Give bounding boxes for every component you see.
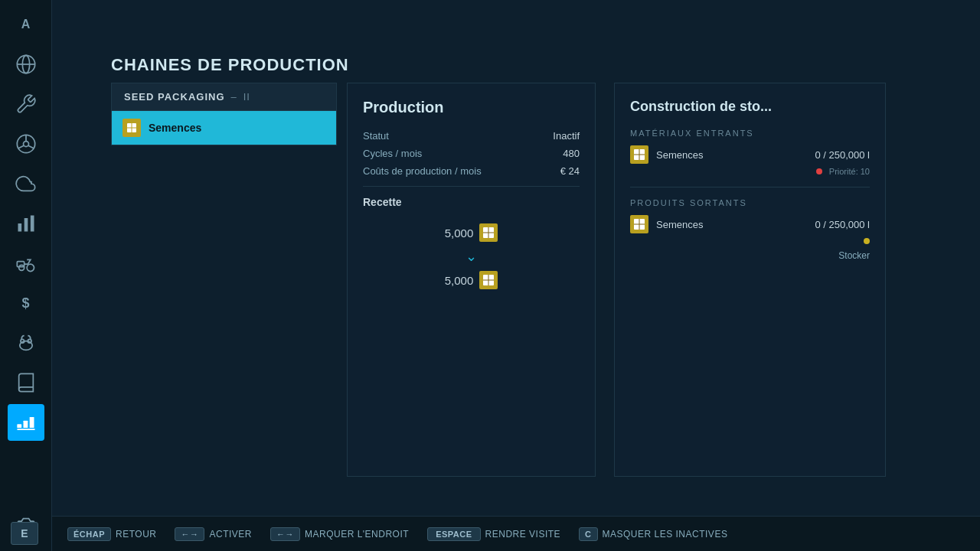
stats-icon <box>15 213 37 234</box>
couts-label: Coûts de production / mois <box>363 165 482 177</box>
chain-name: SEED PACKAGING <box>124 91 225 103</box>
recipe-area: 5,000 ⌄ 5,000 <box>363 223 580 289</box>
recipe-arrow: ⌄ <box>466 248 477 265</box>
incoming-label: MATÉRIAUX ENTRANTS <box>630 129 870 138</box>
weather-icon <box>15 173 37 194</box>
incoming-material-name: Semences <box>656 149 807 161</box>
sidebar-item-weather[interactable] <box>8 165 44 202</box>
e-key-label: E <box>21 527 28 540</box>
recipe-output-qty: 5,000 <box>445 274 474 287</box>
stocker-label: Stocker <box>630 250 870 261</box>
sidebar-item-a[interactable]: A <box>8 6 44 43</box>
chain-list-item-semences[interactable]: Semences <box>112 111 336 145</box>
semences-icon <box>122 119 141 137</box>
svg-point-16 <box>28 339 31 343</box>
svg-line-7 <box>28 145 33 148</box>
sidebar-item-book[interactable] <box>8 364 44 401</box>
production-panel: Production Statut Inactif Cycles / mois … <box>347 83 596 477</box>
sidebar-item-stats[interactable] <box>8 205 44 242</box>
outgoing-material-icon <box>630 215 648 233</box>
svg-rect-20 <box>17 429 34 430</box>
recipe-input-qty: 5,000 <box>445 227 474 240</box>
svg-rect-19 <box>29 417 34 428</box>
incoming-material-row: Semences 0 / 250,000 l <box>630 145 870 164</box>
svg-point-15 <box>21 339 24 343</box>
production-divider <box>363 186 580 187</box>
chain-level: II <box>243 91 250 103</box>
marquer-key: ←→ <box>270 527 300 541</box>
chain-divider: – <box>231 91 237 103</box>
semences-label: Semences <box>149 122 201 134</box>
bottom-bar: ÉCHAP RETOUR ←→ ACTIVER ←→ MARQUER L'END… <box>52 516 980 551</box>
book-icon <box>15 372 37 393</box>
svg-point-12 <box>18 265 24 270</box>
sidebar-item-steering[interactable] <box>8 126 44 162</box>
sidebar-item-animals[interactable] <box>8 324 44 361</box>
chain-panel: SEED PACKAGING – II Semences <box>111 83 337 145</box>
svg-point-13 <box>27 264 34 271</box>
rendre-visite-button[interactable]: ESPACE RENDRE VISITE <box>427 527 560 541</box>
tools-icon <box>15 93 37 115</box>
rendre-visite-label: RENDRE VISITE <box>485 529 561 540</box>
sidebar-item-production[interactable] <box>8 404 44 441</box>
construction-panel: Construction de sto... MATÉRIAUX ENTRANT… <box>614 83 886 477</box>
masquer-label: MASQUER LES INACTIVES <box>603 529 728 540</box>
e-key-button[interactable]: E <box>11 522 38 545</box>
svg-rect-9 <box>24 218 28 232</box>
svg-point-4 <box>23 142 28 147</box>
sidebar-item-tractor[interactable] <box>8 245 44 282</box>
recette-label: Recette <box>363 196 580 208</box>
cycles-label: Cycles / mois <box>363 148 422 159</box>
dot-yellow-icon <box>864 238 870 244</box>
recipe-input-icon <box>479 223 498 242</box>
outgoing-material-row: Semences 0 / 250,000 l <box>630 215 870 233</box>
tractor-icon <box>15 253 37 274</box>
recipe-input: 5,000 <box>445 223 498 242</box>
sidebar-item-money[interactable]: $ <box>8 285 44 321</box>
incoming-material-qty: 0 / 250,000 l <box>815 149 870 161</box>
incoming-detail-text: Priorité: 10 <box>829 167 870 176</box>
c-key: C <box>579 527 597 541</box>
production-row-couts: Coûts de production / mois € 24 <box>363 165 580 177</box>
recipe-output-icon <box>479 271 498 289</box>
couts-value: € 24 <box>560 165 580 177</box>
chain-header: SEED PACKAGING – II <box>112 83 336 111</box>
production-title: Production <box>363 99 580 116</box>
sidebar: A $ <box>0 0 52 551</box>
dot-red-icon <box>816 168 822 174</box>
svg-line-6 <box>18 145 24 148</box>
statut-label: Statut <box>363 130 389 142</box>
outgoing-material-qty: 0 / 250,000 l <box>815 219 870 230</box>
production-icon <box>15 412 37 433</box>
sidebar-item-tools[interactable] <box>8 86 44 122</box>
marquer-button[interactable]: ←→ MARQUER L'ENDROIT <box>270 527 409 541</box>
svg-rect-18 <box>23 421 28 428</box>
outgoing-material-detail <box>630 236 870 246</box>
echap-key: ÉCHAP <box>67 527 111 541</box>
svg-rect-8 <box>18 223 21 232</box>
recipe-output: 5,000 <box>445 271 498 289</box>
animals-icon <box>15 332 37 354</box>
a-icon: A <box>21 18 31 31</box>
activer-key: ←→ <box>175 527 204 541</box>
sidebar-item-globe[interactable] <box>8 46 44 83</box>
echap-retour-button[interactable]: ÉCHAP RETOUR <box>67 527 156 541</box>
cycles-value: 480 <box>563 148 580 159</box>
svg-rect-10 <box>30 216 34 232</box>
globe-icon <box>15 54 37 75</box>
page-title: CHAINES DE PRODUCTION <box>111 55 349 75</box>
retour-label: RETOUR <box>116 529 156 540</box>
activer-label: ACTIVER <box>209 529 252 540</box>
construction-title: Construction de sto... <box>630 99 870 115</box>
statut-value: Inactif <box>553 130 580 142</box>
outgoing-material-name: Semences <box>656 219 807 230</box>
production-row-cycles: Cycles / mois 480 <box>363 148 580 159</box>
svg-rect-17 <box>17 424 21 428</box>
production-row-statut: Statut Inactif <box>363 130 580 142</box>
money-icon: $ <box>21 295 29 311</box>
masquer-inactives-button[interactable]: C MASQUER LES INACTIVES <box>579 527 727 541</box>
incoming-material-icon <box>630 145 648 164</box>
outgoing-label: PRODUITS SORTANTS <box>630 198 870 207</box>
activer-button[interactable]: ←→ ACTIVER <box>175 527 252 541</box>
marquer-label: MARQUER L'ENDROIT <box>305 529 409 540</box>
